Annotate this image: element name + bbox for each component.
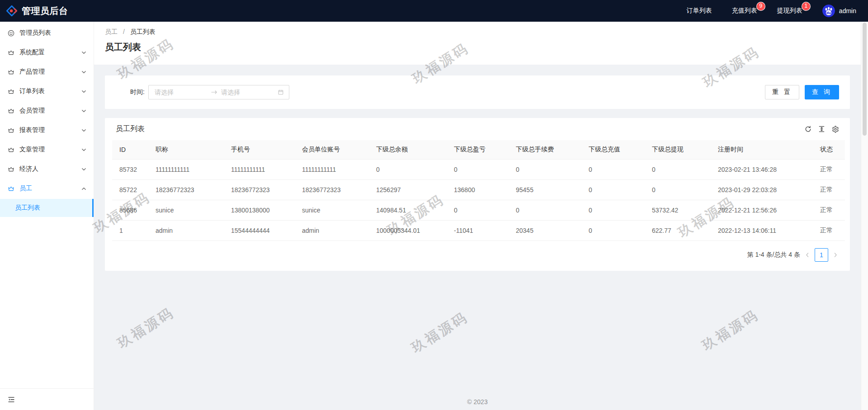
- table-toolbar: 员工列表: [105, 118, 850, 140]
- table-cell: 53732.42: [645, 200, 711, 221]
- calendar-icon: [278, 89, 284, 95]
- sidebar-item-3[interactable]: 订单列表: [0, 82, 94, 100]
- page-title: 员工列表: [105, 41, 850, 53]
- table-title: 员工列表: [116, 124, 145, 134]
- chevron-down-icon: [81, 108, 86, 113]
- chevron-down-icon: [81, 89, 86, 94]
- sidebar-item-label: 系统配置: [19, 48, 81, 57]
- table-cell: 85686: [112, 200, 148, 221]
- table-tools: [805, 126, 839, 133]
- pagination-page-1[interactable]: 1: [815, 248, 828, 262]
- chevron-down-icon: [81, 147, 86, 152]
- end-date-input[interactable]: [220, 88, 275, 96]
- reload-icon[interactable]: [805, 126, 811, 132]
- sidebar-item-2[interactable]: 产品管理: [0, 63, 94, 81]
- table-cell: 20345: [509, 221, 581, 241]
- breadcrumb-separator: /: [123, 28, 125, 35]
- table-cell: sunice: [295, 200, 369, 221]
- table-cell: 136800: [447, 180, 509, 200]
- arrow-right-icon: [211, 90, 217, 95]
- nav-link-2[interactable]: 提现列表1: [777, 7, 802, 15]
- table-cell: admin: [295, 221, 369, 241]
- table-cell: 正常: [813, 200, 845, 221]
- table-cell: 0: [581, 160, 645, 180]
- notification-badge: 1: [802, 2, 810, 10]
- column-header-9: 注册时间: [711, 140, 813, 160]
- table-row: 1admin15544444444admin1000005344.01-1104…: [112, 221, 845, 241]
- scrollbar-thumb[interactable]: [863, 23, 867, 136]
- sidebar-item-label: 文章管理: [19, 146, 81, 154]
- app-logo-icon: [6, 5, 18, 17]
- user-menu[interactable]: du admin: [822, 5, 856, 17]
- table-cell: -11041: [447, 221, 509, 241]
- scrollbar[interactable]: [861, 22, 868, 410]
- table-cell: 85722: [112, 180, 148, 200]
- start-date-input[interactable]: [154, 88, 208, 96]
- table-wrap: ID职称手机号会员单位账号下级总余额下级总盈亏下级总手续费下级总充值下级总提现注…: [105, 140, 850, 241]
- nav-link-0[interactable]: 订单列表: [687, 7, 712, 15]
- sidebar-item-1[interactable]: 系统配置: [0, 43, 94, 61]
- reset-button[interactable]: 重 置: [765, 85, 799, 99]
- date-range-picker[interactable]: [148, 85, 289, 99]
- column-header-4: 下级总余额: [369, 140, 447, 160]
- footer-copyright: © 2023: [94, 398, 861, 405]
- column-header-6: 下级总手续费: [509, 140, 581, 160]
- menu-fold-icon: [8, 396, 15, 403]
- table-cell: 正常: [813, 221, 845, 241]
- sidebar-item-4[interactable]: 会员管理: [0, 102, 94, 120]
- avatar: du: [822, 5, 835, 17]
- sidebar-item-label: 产品管理: [19, 68, 81, 76]
- table-cell: 95455: [509, 180, 581, 200]
- nav-link-1[interactable]: 充值列表9: [732, 7, 757, 15]
- sidebar-item-5[interactable]: 报表管理: [0, 121, 94, 139]
- filter-actions: 重 置 查 询: [765, 85, 839, 99]
- table-cell: 正常: [813, 180, 845, 200]
- table-cell: 18236772323: [224, 180, 295, 200]
- nav-link-label: 提现列表: [777, 7, 802, 14]
- search-button[interactable]: 查 询: [805, 85, 839, 99]
- top-navbar: 管理员后台 订单列表充值列表9提现列表1 du admin: [0, 0, 868, 22]
- app-title: 管理员后台: [22, 5, 68, 17]
- sidebar-collapse-button[interactable]: [0, 388, 94, 410]
- settings-gear-icon[interactable]: [832, 126, 839, 133]
- table-cell: 1: [112, 221, 148, 241]
- sidebar-item-7[interactable]: 经济人: [0, 160, 94, 178]
- pagination-prev-icon[interactable]: [805, 252, 810, 258]
- table-cell: 1256297: [369, 180, 447, 200]
- column-header-7: 下级总充值: [581, 140, 645, 160]
- chevron-down-icon: [81, 50, 86, 55]
- smile-icon: [8, 30, 15, 37]
- table-cell: 0: [645, 160, 711, 180]
- chevron-down-icon: [81, 128, 86, 133]
- sidebar-item-label: 会员管理: [19, 107, 81, 115]
- sidebar-item-0[interactable]: 管理员列表: [0, 24, 94, 42]
- table-cell: 18236772323: [295, 180, 369, 200]
- table-cell: 2022-12-21 12:56:26: [711, 200, 813, 221]
- table-cell: 0: [581, 200, 645, 221]
- crown-icon: [8, 88, 15, 95]
- column-header-5: 下级总盈亏: [447, 140, 509, 160]
- crown-icon: [8, 127, 15, 134]
- sidebar-subitem-0[interactable]: 员工列表: [0, 199, 94, 217]
- column-height-icon[interactable]: [818, 126, 825, 132]
- crown-icon: [8, 146, 15, 153]
- sidebar-item-label: 管理员列表: [19, 29, 86, 37]
- breadcrumb-item-parent[interactable]: 员工: [105, 28, 118, 35]
- table-cell: 2023-02-21 13:46:28: [711, 160, 813, 180]
- sidebar-item-label: 经济人: [19, 165, 81, 173]
- crown-icon: [8, 185, 15, 192]
- table-header-row: ID职称手机号会员单位账号下级总余额下级总盈亏下级总手续费下级总充值下级总提现注…: [112, 140, 845, 160]
- table-cell: 18236772323: [148, 180, 224, 200]
- filter-card: 时间: 重 置 查 询: [105, 75, 850, 109]
- table-cell: 0: [645, 180, 711, 200]
- content-area: 时间: 重 置 查 询 员工列表: [94, 65, 861, 282]
- filter-form: 时间: 重 置 查 询: [116, 85, 839, 99]
- table-cell: 11111111111: [224, 160, 295, 180]
- pagination-next-icon[interactable]: [833, 252, 838, 258]
- sidebar-subitem-label: 员工列表: [15, 204, 40, 212]
- sidebar-item-8[interactable]: 员工: [0, 179, 94, 198]
- column-header-2: 手机号: [224, 140, 295, 160]
- sidebar-item-6[interactable]: 文章管理: [0, 141, 94, 159]
- column-header-10: 状态: [813, 140, 845, 160]
- nav-link-label: 订单列表: [687, 7, 712, 14]
